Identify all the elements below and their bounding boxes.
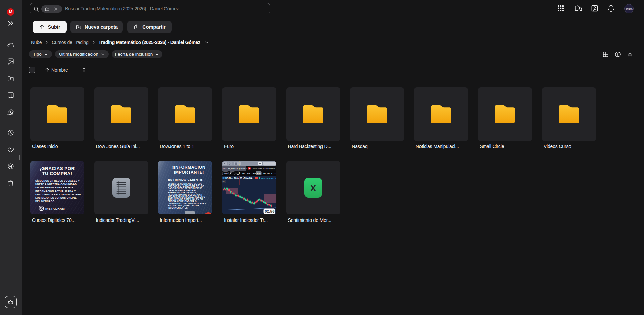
- svg-text:4h: 4h: [267, 172, 270, 175]
- svg-text:1h: 1h: [263, 172, 266, 175]
- svg-text:15m: 15m: [251, 172, 256, 175]
- svg-text:5m: 5m: [247, 172, 250, 175]
- svg-text:100U: 100U: [223, 172, 228, 174]
- svg-text:1m: 1m: [242, 172, 245, 175]
- svg-text:O25,554.2 H25,55: O25,554.2 H25,55: [261, 177, 276, 179]
- svg-text:USD 25,254.6 ▼ -0.13% S...: USD 25,254.6 ▼ -0.13% S...: [223, 168, 249, 170]
- svg-text:02:56: 02:56: [265, 209, 274, 213]
- svg-text:▾4: ▾4: [222, 181, 225, 183]
- svg-text:X: X: [310, 183, 316, 193]
- svg-text:D: D: [271, 172, 273, 175]
- svg-text:30m: 30m: [257, 172, 261, 175]
- svg-text:U: U: [275, 172, 276, 175]
- svg-text:Luke Combs & Alex Warren - O: Luke Combs & Alex Warren - O: [252, 168, 276, 170]
